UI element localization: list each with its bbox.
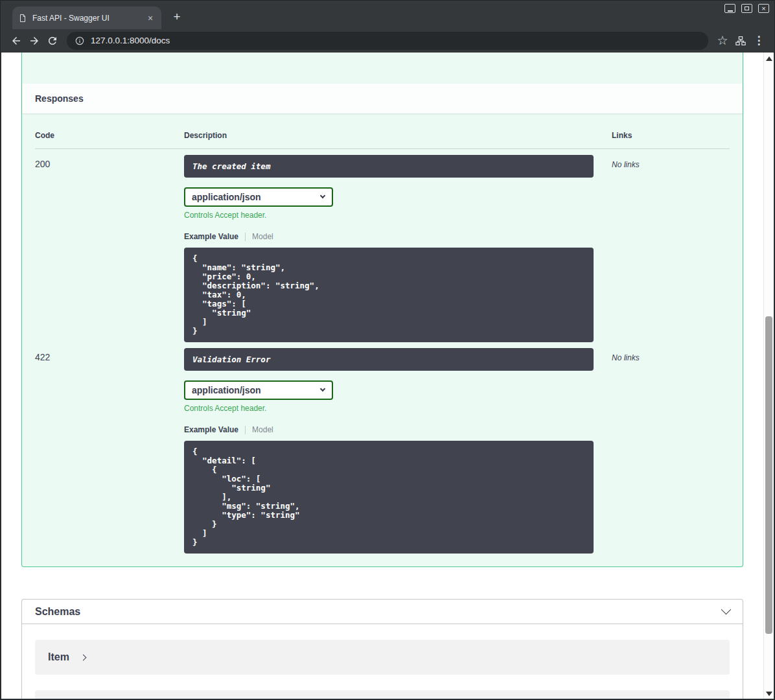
response-row-200: 200 The created item application/json Co…: [35, 149, 730, 342]
opblock-responses: Responses Code Description Links 200 The…: [21, 52, 743, 567]
accept-header-note: Controls Accept header.: [184, 404, 612, 413]
example-json: { "name": "string", "price": 0, "descrip…: [192, 254, 585, 336]
schemas-header[interactable]: Schemas: [22, 600, 743, 624]
response-code: 200: [35, 155, 184, 342]
site-info-icon[interactable]: [75, 36, 85, 46]
example-model-tabs: Example Value Model: [184, 232, 612, 241]
tab-title: Fast API - Swagger UI: [32, 14, 145, 23]
schemas-body: Item ValidationError: [22, 624, 743, 699]
responses-table: Code Description Links 200 The created i…: [22, 113, 743, 566]
sitemap-icon: [735, 35, 746, 47]
page-viewport: Responses Code Description Links 200 The…: [1, 52, 763, 699]
minimize-button[interactable]: [724, 4, 735, 13]
response-code: 422: [35, 348, 184, 554]
model-validationerror[interactable]: ValidationError: [35, 690, 730, 699]
window-controls: ×: [724, 4, 769, 13]
section-gap: [21, 567, 743, 599]
media-type-select[interactable]: application/json: [184, 380, 333, 400]
accept-header-note: Controls Accept header.: [184, 211, 612, 220]
maximize-button[interactable]: [741, 4, 752, 13]
model-item[interactable]: Item: [35, 640, 730, 675]
back-button[interactable]: [7, 32, 25, 50]
browser-menu-button[interactable]: ⋮: [750, 32, 768, 50]
col-header-code: Code: [35, 131, 184, 140]
tab-example-value[interactable]: Example Value: [184, 232, 238, 241]
responses-table-header: Code Description Links: [35, 113, 730, 149]
col-header-description: Description: [184, 131, 612, 140]
example-model-tabs: Example Value Model: [184, 425, 612, 434]
browser-window: Fast API - Swagger UI × + × 127.0.0.1:80: [0, 0, 775, 700]
maximize-icon: [745, 6, 749, 10]
tab-divider: [245, 233, 246, 241]
close-icon: ×: [761, 5, 765, 12]
minimize-icon: [728, 10, 733, 12]
media-type-select-wrap: application/json: [184, 380, 333, 400]
responses-section-header: Responses: [22, 84, 743, 113]
response-row-422: 422 Validation Error application/json Co…: [35, 342, 730, 554]
page-scrollbar[interactable]: [763, 52, 774, 699]
reload-button[interactable]: [43, 32, 62, 50]
address-bar[interactable]: 127.0.0.1:8000/docs: [67, 32, 708, 50]
response-description-cell: Validation Error application/json Contro…: [184, 348, 612, 554]
expand-chevron-icon: [80, 654, 86, 660]
sitemap-icon-button[interactable]: [732, 32, 750, 50]
response-description-cell: The created item application/json Contro…: [184, 155, 612, 342]
schemas-section: Schemas Item ValidationError: [21, 599, 743, 699]
forward-button[interactable]: [25, 32, 43, 50]
col-header-links: Links: [612, 131, 730, 140]
forward-icon: [29, 35, 40, 47]
url-text: 127.0.0.1:8000/docs: [91, 36, 170, 45]
response-description: The created item: [184, 155, 594, 178]
scroll-down-arrow-icon[interactable]: [766, 692, 772, 696]
response-links: No links: [612, 155, 730, 342]
back-icon: [10, 35, 22, 47]
document-icon: [18, 13, 27, 23]
tab-divider: [245, 426, 246, 434]
reload-icon: [47, 35, 58, 47]
schemas-title: Schemas: [35, 606, 80, 618]
tab-model[interactable]: Model: [252, 425, 273, 434]
tab-close-icon[interactable]: ×: [145, 13, 156, 23]
titlebar: Fast API - Swagger UI × + ×: [1, 1, 774, 29]
example-code-block: { "name": "string", "price": 0, "descrip…: [184, 248, 594, 342]
browser-toolbar: 127.0.0.1:8000/docs ☆ ⋮: [1, 29, 774, 52]
model-title: Item: [48, 651, 69, 663]
scrollbar-thumb[interactable]: [765, 316, 772, 634]
response-description: Validation Error: [184, 348, 594, 371]
media-type-select[interactable]: application/json: [184, 187, 333, 207]
example-json: { "detail": [ { "loc": [ "string" ], "ms…: [192, 447, 585, 547]
swagger-content: Responses Code Description Links 200 The…: [21, 52, 743, 699]
example-code-block: { "detail": [ { "loc": [ "string" ], "ms…: [184, 441, 594, 554]
collapse-chevron-icon[interactable]: [721, 605, 732, 615]
tab-example-value[interactable]: Example Value: [184, 425, 238, 434]
close-button[interactable]: ×: [758, 4, 769, 13]
bookmark-star-button[interactable]: ☆: [713, 32, 732, 50]
response-links: No links: [612, 348, 730, 554]
media-type-select-wrap: application/json: [184, 187, 333, 207]
responses-title: Responses: [35, 93, 84, 104]
browser-tab[interactable]: Fast API - Swagger UI ×: [12, 6, 161, 29]
scroll-up-arrow-icon[interactable]: [766, 56, 772, 61]
tab-model[interactable]: Model: [252, 232, 273, 241]
new-tab-button[interactable]: +: [169, 9, 185, 25]
opblock-spacer: [22, 52, 743, 84]
